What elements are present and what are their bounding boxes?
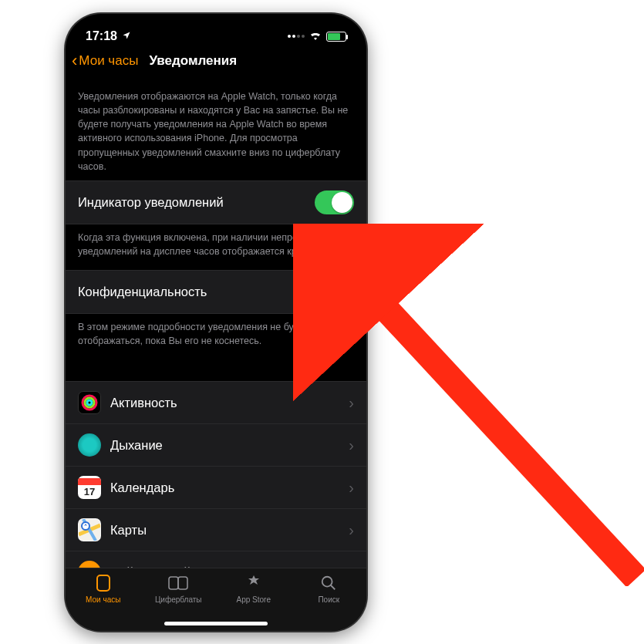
nav-bar: ‹ Мои часы Уведомления	[66, 48, 366, 79]
wifi-icon	[309, 31, 322, 42]
toggle-privacy[interactable]	[315, 280, 354, 304]
back-button[interactable]: ‹ Мои часы	[72, 52, 138, 69]
indicator-footer: Когда эта функция включена, при наличии …	[66, 224, 366, 271]
faces-icon	[168, 573, 188, 593]
privacy-footer: В этом режиме подробности уведомления не…	[66, 314, 366, 360]
chevron-left-icon: ‹	[72, 52, 77, 69]
tab-my-watch[interactable]: Мои часы	[66, 573, 141, 631]
cellular-icon	[288, 35, 305, 38]
chevron-right-icon: ›	[349, 437, 354, 454]
activity-icon	[78, 391, 101, 414]
breathe-icon	[78, 433, 101, 457]
tab-label: Циферблаты	[155, 595, 202, 604]
section-divider	[66, 360, 366, 382]
svg-point-4	[82, 522, 89, 530]
location-icon	[122, 30, 131, 42]
maps-icon	[78, 518, 101, 541]
scroll-content[interactable]: Уведомления отображаются на Apple Watch,…	[66, 79, 366, 572]
battery-icon	[326, 32, 346, 42]
row-notification-indicator[interactable]: Индикатор уведомлений	[66, 180, 366, 224]
chevron-right-icon: ›	[349, 521, 354, 539]
svg-point-2	[87, 400, 92, 405]
app-label: Дыхание	[110, 438, 163, 453]
row-label: Конфиденциальность	[78, 285, 207, 299]
back-label: Мои часы	[79, 53, 138, 69]
page-title: Уведомления	[149, 53, 237, 69]
search-icon	[319, 573, 339, 593]
phone-frame: 17:18 ‹ Мои часы	[66, 14, 366, 631]
calendar-icon: 17	[78, 476, 101, 499]
canvas: 17:18 ‹ Мои часы	[0, 0, 644, 644]
status-left: 17:18	[86, 29, 131, 43]
row-app-breathe[interactable]: Дыхание ›	[66, 423, 366, 467]
chevron-right-icon: ›	[349, 479, 354, 497]
app-label: Карты	[110, 523, 147, 538]
row-privacy[interactable]: Конфиденциальность	[66, 270, 366, 314]
tab-search[interactable]: Поиск	[292, 573, 367, 631]
tab-label: Поиск	[318, 595, 339, 604]
app-label: Календарь	[110, 480, 174, 495]
toggle-notification-indicator[interactable]	[315, 191, 354, 214]
row-label: Индикатор уведомлений	[78, 195, 224, 210]
notch	[147, 14, 285, 35]
status-right	[288, 31, 346, 42]
tab-label: Мои часы	[86, 595, 120, 604]
chevron-right-icon: ›	[349, 394, 354, 412]
app-label: Активность	[110, 396, 177, 410]
row-app-activity[interactable]: Активность ›	[66, 381, 366, 424]
svg-point-16	[322, 577, 332, 587]
svg-rect-15	[178, 577, 187, 589]
intro-text: Уведомления отображаются на Apple Watch,…	[66, 79, 366, 181]
tab-label: App Store	[237, 595, 271, 604]
svg-line-17	[331, 585, 335, 590]
home-indicator	[164, 622, 268, 625]
tab-bar: Мои часы Циферблаты App Store Поиск	[66, 568, 366, 631]
row-app-maps[interactable]: Карты ›	[66, 508, 366, 551]
app-store-icon	[244, 573, 264, 593]
battery-fill	[328, 33, 340, 40]
watch-icon	[93, 573, 113, 593]
row-app-calendar[interactable]: 17 Календарь ›	[66, 466, 366, 509]
svg-line-19	[335, 255, 636, 578]
svg-rect-14	[169, 577, 178, 589]
status-time: 17:18	[86, 29, 117, 43]
